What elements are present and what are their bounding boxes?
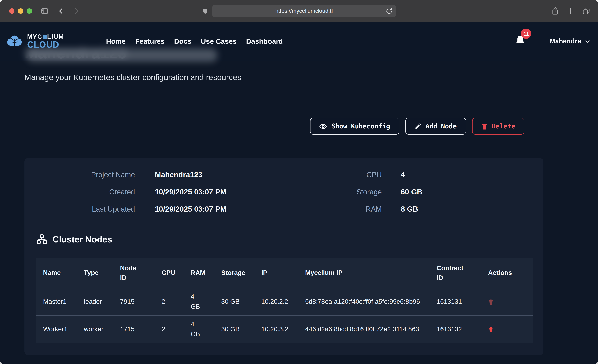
minimize-window-button[interactable] — [18, 8, 23, 13]
col-header-cpu: CPU — [155, 258, 184, 288]
logo-e-bars — [43, 35, 47, 39]
cloud-logo-icon — [6, 34, 23, 48]
page-body: Mahendra123 Manage your Kubernetes clust… — [0, 22, 598, 364]
user-menu[interactable]: Mahendra — [550, 37, 590, 45]
cell-ram: 4 GB — [184, 316, 214, 343]
cpu-value: 4 — [401, 170, 405, 179]
logo-line2: CLOUD — [27, 40, 64, 49]
cell-cpu: 2 — [155, 316, 184, 343]
cell-type: leader — [77, 288, 113, 315]
zoom-window-button[interactable] — [27, 8, 32, 13]
project-name-label: Project Name — [36, 171, 135, 179]
cell-ip: 10.20.3.2 — [254, 316, 298, 343]
cell-mycelium-ip: 5d8:78ea:a120:f40c:ff0f:a5fe:99e6:8b96 — [298, 288, 430, 315]
cell-name: Master1 — [36, 288, 77, 315]
table-header-row: Name Type Node ID CPU RAM Storage IP Myc… — [36, 258, 533, 288]
col-header-storage: Storage — [214, 258, 254, 288]
storage-label: Storage — [286, 188, 382, 196]
cluster-network-icon — [36, 234, 48, 245]
trash-icon — [489, 327, 493, 332]
nav-docs[interactable]: Docs — [174, 37, 191, 46]
reload-icon[interactable] — [385, 7, 392, 15]
pencil-icon — [415, 123, 421, 130]
cell-contract-id: 1613131 — [430, 288, 481, 315]
traffic-lights — [9, 8, 32, 13]
col-header-actions: Actions — [481, 258, 533, 288]
site-logo[interactable]: MYCLIUM CLOUD — [6, 34, 64, 49]
tabs-overview-icon[interactable] — [582, 7, 590, 15]
ram-label: RAM — [286, 205, 382, 214]
cell-ram: 4 GB — [184, 288, 214, 315]
cell-cpu: 2 — [155, 288, 184, 315]
blurred-title-smear — [27, 49, 217, 62]
created-value: 10/29/2025 03:07 PM — [155, 188, 226, 196]
chevron-down-icon — [585, 39, 590, 44]
cell-node-id: 1715 — [113, 316, 155, 343]
table-row: Master1 leader 7915 2 4 GB 30 GB 10.20.2… — [36, 288, 533, 315]
add-node-label: Add Node — [425, 123, 457, 130]
browser-window: https://myceliumcloud.tf — [0, 0, 598, 364]
forward-icon[interactable] — [73, 7, 80, 15]
cell-contract-id: 1613132 — [430, 316, 481, 343]
cell-ip: 10.20.2.2 — [254, 288, 298, 315]
delete-node-button[interactable] — [488, 298, 494, 305]
nav-features[interactable]: Features — [135, 37, 165, 46]
trash-icon — [481, 123, 488, 130]
cell-storage: 30 GB — [214, 316, 254, 343]
show-kubeconfig-button[interactable]: Show Kubeconfig — [310, 118, 399, 134]
table-row: Worker1 worker 1715 2 4 GB 30 GB 10.20.3… — [36, 316, 533, 343]
cell-mycelium-ip: 446:d2a6:8bcd:8c16:ff0f:72e2:3114:863f — [298, 316, 430, 343]
privacy-shield-icon[interactable] — [202, 7, 208, 15]
col-header-contract-id: Contract ID — [430, 258, 481, 288]
address-bar[interactable]: https://myceliumcloud.tf — [212, 5, 396, 17]
notification-badge: 11 — [521, 28, 531, 39]
cell-actions — [481, 288, 533, 315]
created-label: Created — [36, 188, 135, 196]
nav-dashboard[interactable]: Dashboard — [246, 37, 283, 46]
project-name-value: Mahendra123 — [155, 170, 202, 179]
site-header: MYCLIUM CLOUD Home Features Docs Use Cas… — [0, 22, 598, 61]
cluster-details-card: Project Name Mahendra123 Created 10/29/2… — [25, 158, 543, 355]
last-updated-value: 10/29/2025 03:07 PM — [155, 205, 226, 214]
cell-name: Worker1 — [36, 316, 77, 343]
add-node-button[interactable]: Add Node — [405, 118, 466, 134]
trash-icon — [489, 299, 493, 305]
col-header-name: Name — [36, 258, 77, 288]
cluster-nodes-title: Cluster Nodes — [53, 234, 112, 245]
delete-node-button[interactable] — [488, 326, 494, 333]
last-updated-label: Last Updated — [36, 205, 135, 214]
cell-type: worker — [77, 316, 113, 343]
cluster-nodes-table: Name Type Node ID CPU RAM Storage IP Myc… — [36, 258, 533, 343]
col-header-node-id: Node ID — [113, 258, 155, 288]
col-header-ip: IP — [254, 258, 298, 288]
show-kubeconfig-label: Show Kubeconfig — [332, 123, 390, 130]
cell-storage: 30 GB — [214, 288, 254, 315]
main-nav: Home Features Docs Use Cases Dashboard — [106, 37, 283, 46]
share-icon[interactable] — [551, 7, 559, 15]
cpu-label: CPU — [286, 171, 382, 179]
cell-actions — [481, 316, 533, 343]
ram-value: 8 GB — [401, 205, 418, 214]
new-tab-icon[interactable] — [567, 7, 574, 15]
col-header-mycelium-ip: Mycelium IP — [298, 258, 430, 288]
nav-use-cases[interactable]: Use Cases — [201, 37, 237, 46]
url-text: https://myceliumcloud.tf — [275, 8, 333, 14]
sidebar-toggle-icon[interactable] — [41, 7, 49, 15]
cell-node-id: 7915 — [113, 288, 155, 315]
col-header-type: Type — [77, 258, 113, 288]
close-window-button[interactable] — [9, 8, 14, 13]
notifications-button[interactable]: 11 — [515, 34, 527, 49]
col-header-ram: RAM — [184, 258, 214, 288]
logo-line1: MYCLIUM — [27, 34, 64, 40]
user-name: Mahendra — [550, 37, 581, 45]
delete-label: Delete — [492, 123, 515, 130]
delete-cluster-button[interactable]: Delete — [472, 118, 524, 134]
storage-value: 60 GB — [401, 188, 422, 196]
eye-icon — [319, 122, 327, 130]
back-icon[interactable] — [57, 7, 65, 15]
browser-toolbar: https://myceliumcloud.tf — [0, 0, 598, 22]
nav-home[interactable]: Home — [106, 37, 126, 46]
page-subtitle: Manage your Kubernetes cluster configura… — [25, 73, 241, 82]
